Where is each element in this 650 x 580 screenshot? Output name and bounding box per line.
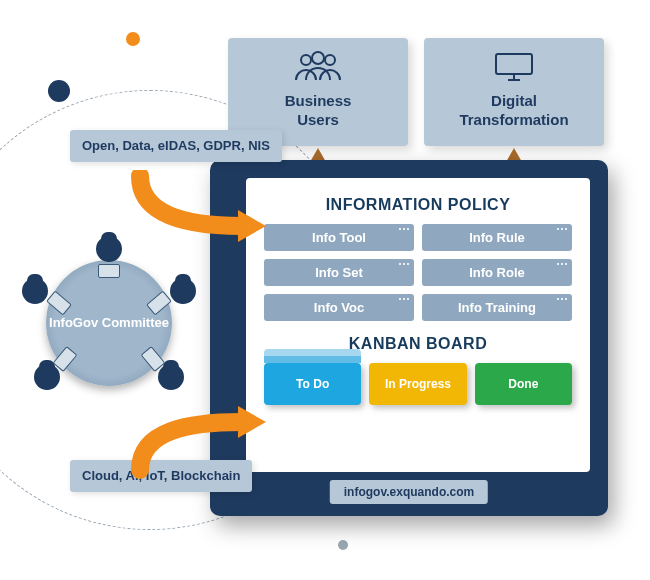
info-box-technologies: Cloud, AI, IoT, Blockchain	[70, 460, 252, 492]
policy-cell: Info Voc	[264, 294, 414, 321]
policy-cell: Info Rule	[422, 224, 572, 251]
accent-dot-orange	[126, 32, 140, 46]
person-icon	[34, 364, 60, 390]
kanban-row: To Do In Progress Done	[264, 363, 572, 405]
svg-point-0	[301, 55, 311, 65]
person-icon	[22, 278, 48, 304]
policy-title: INFORMATION POLICY	[264, 196, 572, 214]
policy-grid: Info Tool Info Rule Info Set Info Role I…	[264, 224, 572, 321]
card-digital-label: DigitalTransformation	[424, 92, 604, 130]
committee-table: InfoGov Committee	[24, 238, 194, 408]
kanban-card-todo: To Do	[264, 363, 361, 405]
person-icon	[158, 364, 184, 390]
kanban-card-done: Done	[475, 363, 572, 405]
person-icon	[96, 236, 122, 262]
url-pill: infogov.exquando.com	[330, 480, 488, 504]
monitor-icon	[424, 50, 604, 84]
person-icon	[170, 278, 196, 304]
policy-cell: Info Training	[422, 294, 572, 321]
policy-cell: Info Role	[422, 259, 572, 286]
main-board: INFORMATION POLICY Info Tool Info Rule I…	[210, 160, 608, 516]
laptop-icon	[98, 264, 120, 278]
board-inner: INFORMATION POLICY Info Tool Info Rule I…	[246, 178, 590, 472]
svg-rect-3	[496, 54, 532, 74]
users-icon	[228, 50, 408, 84]
card-business-label: BusinessUsers	[228, 92, 408, 130]
diagram-canvas: BusinessUsers DigitalTransformation INFO…	[0, 0, 650, 580]
card-digital-transformation: DigitalTransformation	[424, 38, 604, 146]
info-box-regulations: Open, Data, eIDAS, GDPR, NIS	[70, 130, 282, 162]
accent-dot-navy	[48, 80, 70, 102]
kanban-card-inprogress: In Progress	[369, 363, 466, 405]
policy-cell: Info Tool	[264, 224, 414, 251]
svg-point-1	[325, 55, 335, 65]
accent-dot-grey	[338, 540, 348, 550]
svg-point-2	[312, 52, 324, 64]
policy-cell: Info Set	[264, 259, 414, 286]
